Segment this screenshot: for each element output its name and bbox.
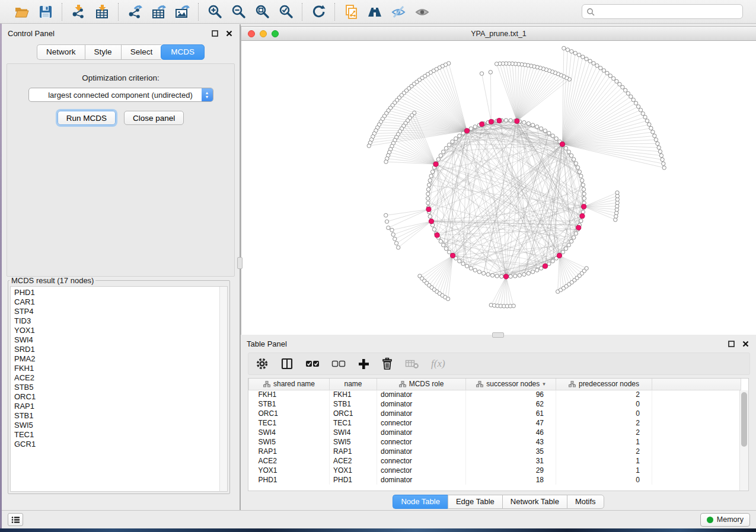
import-table-icon[interactable]	[92, 2, 112, 21]
status-bar: Memory	[2, 510, 756, 528]
dropdown-stepper-icon: ▲▼	[202, 88, 213, 101]
float-table-panel-icon[interactable]	[726, 339, 736, 348]
mcds-result-list[interactable]: PHD1CAR1STP4TID3YOX1SWI4SRD1PMA2FKH1ACE2…	[10, 286, 228, 492]
run-mcds-button[interactable]: Run MCDS	[58, 111, 116, 125]
tab-select[interactable]: Select	[121, 44, 162, 60]
table-row[interactable]: FKH1FKH1dominator962	[249, 390, 741, 399]
tab-motifs[interactable]: Motifs	[567, 495, 604, 509]
search-area	[582, 4, 743, 19]
tab-style[interactable]: Style	[85, 44, 121, 60]
first-neighbors-icon[interactable]	[365, 2, 385, 21]
vertical-splitter-handle[interactable]	[237, 257, 243, 269]
table-row[interactable]: YOX1YOX1connector291	[249, 466, 741, 475]
table-row[interactable]: STB1STB1dominator620	[249, 399, 741, 409]
close-panel-button[interactable]: Close panel	[124, 111, 184, 125]
delete-column-trash-icon[interactable]	[381, 357, 393, 370]
zoom-selected-icon[interactable]	[276, 2, 296, 21]
network-window-titlebar[interactable]: YPA_prune.txt_1	[241, 27, 756, 41]
hide-selected-icon[interactable]	[388, 2, 409, 21]
import-network-icon[interactable]	[68, 2, 88, 21]
result-node-item[interactable]: TEC1	[14, 430, 227, 440]
memory-button[interactable]: Memory	[700, 513, 750, 527]
show-all-icon[interactable]	[412, 2, 432, 21]
result-node-item[interactable]: CAR1	[14, 297, 227, 307]
network-window-title: YPA_prune.txt_1	[241, 30, 756, 38]
result-node-item[interactable]: TID3	[14, 316, 227, 326]
tab-network-table[interactable]: Network Table	[502, 495, 567, 509]
close-table-panel-icon[interactable]	[741, 339, 750, 348]
result-node-item[interactable]: RAP1	[14, 402, 227, 411]
network-region: YPA_prune.txt_1	[241, 24, 756, 335]
column-header-MCDS-role[interactable]: MCDS role	[377, 379, 466, 390]
network-canvas[interactable]	[241, 41, 756, 335]
deselect-all-rows-icon[interactable]	[331, 359, 346, 368]
table-row[interactable]: ACE2ACE2connector311	[249, 456, 741, 466]
close-panel-icon[interactable]	[224, 28, 234, 38]
node-table[interactable]: shared namenameMCDS rolesuccessor nodes▾…	[248, 378, 749, 491]
mcds-result-title: MCDS result (17 nodes)	[9, 276, 95, 285]
task-history-button[interactable]	[8, 513, 23, 526]
horizontal-splitter-handle[interactable]	[492, 332, 504, 338]
column-header-shared-name[interactable]: shared name	[249, 379, 330, 390]
result-node-item[interactable]: ORC1	[14, 392, 227, 402]
table-scrollbar[interactable]	[739, 390, 748, 491]
export-table-icon[interactable]	[148, 2, 168, 21]
control-panel-title: Control Panel	[8, 29, 55, 38]
column-header-successor-nodes[interactable]: successor nodes▾	[466, 379, 556, 390]
result-node-item[interactable]: YOX1	[14, 326, 227, 335]
table-row[interactable]: SWI5SWI5connector431	[249, 437, 741, 447]
mcds-result-box: MCDS result (17 nodes) PHD1CAR1STP4TID3Y…	[8, 276, 230, 494]
tab-network[interactable]: Network	[37, 44, 85, 60]
table-row[interactable]: RAP1RAP1dominator352	[249, 447, 741, 456]
criterion-dropdown[interactable]: largest connected component (undirected)…	[28, 88, 213, 102]
apply-layout-icon[interactable]	[308, 2, 328, 21]
tab-mcds[interactable]: MCDS	[161, 44, 205, 60]
export-network-icon[interactable]	[125, 2, 145, 21]
control-panel: Control Panel NetworkStyleSelectMCDS Opt…	[2, 24, 240, 511]
tab-edge-table[interactable]: Edge Table	[448, 495, 502, 509]
search-icon	[586, 8, 595, 16]
list-icon	[11, 516, 20, 524]
result-node-item[interactable]: PHD1	[14, 288, 227, 297]
column-header-predecessor-nodes[interactable]: predecessor nodes	[556, 379, 652, 390]
result-node-item[interactable]: FKH1	[14, 364, 227, 373]
network-window: YPA_prune.txt_1	[241, 26, 756, 335]
zoom-out-icon[interactable]	[228, 2, 248, 21]
result-node-item[interactable]: SWI4	[14, 335, 227, 345]
search-input[interactable]	[598, 8, 738, 16]
delete-table-icon-disabled	[405, 358, 419, 369]
table-tabs: Node TableEdge TableNetwork TableMotifs	[241, 495, 756, 509]
column-header-name[interactable]: name	[330, 379, 377, 390]
select-all-rows-icon[interactable]	[305, 359, 320, 368]
result-node-item[interactable]: STB5	[14, 383, 227, 392]
save-session-icon[interactable]	[36, 2, 56, 21]
table-scrollbar-thumb[interactable]	[741, 392, 747, 447]
table-row[interactable]: TEC1TEC1connector472	[249, 418, 741, 428]
mcds-tab-content: Optimization criterion: largest connecte…	[7, 63, 235, 277]
criterion-dropdown-value: largest connected component (undirected)	[29, 91, 202, 100]
zoom-fit-icon[interactable]	[252, 2, 272, 21]
result-node-item[interactable]: SRD1	[14, 345, 227, 354]
export-image-icon[interactable]	[172, 2, 192, 21]
search-field[interactable]	[582, 4, 743, 19]
result-list-scrollbar[interactable]	[219, 287, 227, 491]
result-node-item[interactable]: STP4	[14, 307, 227, 316]
zoom-in-icon[interactable]	[205, 2, 225, 21]
result-node-item[interactable]: STB1	[14, 411, 227, 421]
open-session-icon[interactable]	[12, 2, 32, 21]
desktop-wallpaper-left-edge	[0, 24, 2, 529]
table-toolbar: f(x)	[248, 352, 750, 375]
new-network-from-selection-icon[interactable]	[341, 2, 361, 21]
tab-node-table[interactable]: Node Table	[393, 495, 448, 509]
show-columns-icon[interactable]	[280, 357, 294, 370]
result-node-item[interactable]: SWI5	[14, 421, 227, 430]
result-node-item[interactable]: PMA2	[14, 354, 227, 364]
table-row[interactable]: SWI4SWI4dominator462	[249, 428, 741, 437]
table-settings-gear-icon[interactable]	[256, 357, 269, 370]
table-row[interactable]: ORC1ORC1dominator610	[249, 409, 741, 418]
result-node-item[interactable]: GCR1	[14, 440, 227, 449]
table-row[interactable]: PHD1PHD1dominator180	[249, 475, 741, 485]
create-column-plus-icon[interactable]	[358, 358, 369, 370]
result-node-item[interactable]: ACE2	[14, 373, 227, 383]
float-panel-icon[interactable]	[210, 28, 219, 38]
